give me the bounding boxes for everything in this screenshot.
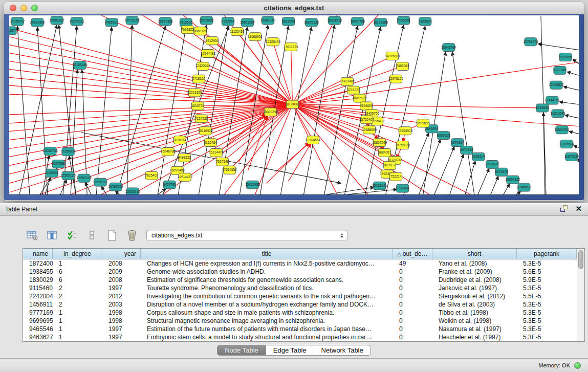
graph-node[interactable]: 9097588 [52,160,65,168]
graph-node[interactable]: 15923602 [199,16,214,25]
graph-node[interactable]: 9457791 [163,181,177,189]
graph-node[interactable]: 16107487 [340,77,355,85]
graph-node[interactable]: 7485063 [396,62,409,70]
graph-node[interactable]: 9227349 [553,66,567,74]
graph-node[interactable]: 1610755 [191,102,205,110]
graph-node[interactable]: 7625402 [145,171,159,180]
graph-node[interactable]: 16648784 [441,43,456,52]
graph-node[interactable]: 16171388 [373,18,388,27]
graph-node[interactable]: 12125439 [266,38,280,46]
tab-network-table[interactable]: Network Table [314,345,371,355]
graph-node[interactable]: 12065736 [43,147,58,156]
table-settings-icon[interactable] [26,229,39,242]
column-header-in_degree[interactable]: in_degree [53,249,102,259]
graph-node[interactable]: 8912954 [206,37,219,45]
graph-node[interactable]: 9684067 [378,149,391,157]
tab-node-table[interactable]: Node Table [217,345,266,355]
graph-node[interactable]: 20691406 [30,18,45,27]
tab-edge-table[interactable]: Edge Table [266,345,314,355]
graph-node[interactable]: 752214 [390,172,402,181]
graph-node[interactable]: 14975003 [385,52,400,60]
graph-node[interactable]: 12444158 [545,96,560,104]
graph-node[interactable]: 16210643 [551,110,565,118]
graph-node[interactable]: 11125439 [230,28,244,36]
graph-node[interactable]: 18660951 [248,33,263,41]
graph-node[interactable]: 16314470 [209,149,224,157]
graph-node[interactable]: 17359934 [61,148,76,156]
graph-node[interactable]: 10046788 [350,17,365,26]
delete-table-icon[interactable] [125,229,139,242]
graph-node[interactable]: 7632621 [486,160,499,168]
graph-node[interactable]: 9498222 [178,154,191,162]
graph-node[interactable]: 8878314 [173,136,187,144]
column-select-icon[interactable] [46,229,59,242]
float-panel-icon[interactable] [560,205,568,213]
graph-node[interactable]: 15276021 [70,17,84,26]
graph-node[interactable]: 10719155 [125,16,140,25]
graph-node[interactable]: 11675534 [564,152,579,161]
graph-node[interactable]: 19654923 [398,127,412,135]
graph-node[interactable]: 16544483 [201,50,215,58]
graph-node[interactable]: 16914479 [178,173,192,181]
graph-node[interactable]: 6379197 [451,139,464,147]
graph-node[interactable]: 17957225 [77,174,92,182]
graph-node[interactable]: 12923445 [125,188,140,194]
graph-node[interactable]: 16261510 [327,16,342,25]
column-header-title[interactable]: title [141,249,393,259]
graph-node[interactable]: 8813054 [282,17,295,26]
column-header-year[interactable]: year [102,249,141,259]
close-panel-icon[interactable]: ✕ [575,205,582,213]
graph-node[interactable]: 22420046 [195,62,210,70]
graph-node[interactable]: 9154600 [360,102,373,110]
minimize-window-icon[interactable] [20,5,27,11]
graph-node[interactable]: 9245652 [517,183,531,191]
graph-node[interactable]: 16099123 [304,18,319,27]
graph-node[interactable]: 10688609 [362,126,377,134]
graph-node[interactable]: 12505135 [61,171,76,180]
table-row[interactable]: 911546021997Tourette syndrome. Phenomeno… [23,284,577,292]
graph-node[interactable]: 10958107 [93,178,108,186]
graph-node[interactable]: 17034554 [222,166,237,174]
graph-node[interactable]: 3216221 [347,86,360,94]
table-row[interactable]: 977716911998Corpus callosum shape and si… [23,309,577,317]
column-header-short[interactable]: short [432,249,517,259]
network-canvas[interactable]: 1405571720691406106532871527602164661611… [9,15,579,195]
graph-node[interactable]: 9699695 [417,119,430,127]
table-row[interactable]: 1872400712008Changes of HCN gene express… [23,259,577,268]
table-row[interactable]: 1938455462009Genome-wide association stu… [23,268,577,276]
column-header-out_de[interactable]: △out_de… [393,249,432,259]
graph-node[interactable]: 12975125 [388,75,403,83]
graph-node[interactable]: 9135484 [204,139,217,147]
new-table-icon[interactable] [105,229,119,242]
graph-node[interactable]: 8193054 [222,17,235,26]
zoom-window-icon[interactable] [31,5,38,11]
graph-node[interactable]: 1145194 [46,169,58,177]
graph-node[interactable]: 19671388 [158,17,173,26]
graph-node[interactable]: 16046788 [161,148,176,156]
graph-node[interactable]: 7524546 [216,158,229,166]
graph-node[interactable]: 18807249 [372,139,387,147]
graph-node[interactable]: 17016504 [559,140,574,148]
graph-node[interactable]: 10116920 [198,127,213,135]
graph-node[interactable]: 9474444 [460,146,473,155]
graph-node[interactable]: 2081574 [9,27,17,35]
column-header-pagerank[interactable]: pagerank [517,249,577,259]
scrollbar-thumb[interactable] [578,250,583,269]
graph-node[interactable]: 1615132 [383,161,397,169]
graph-node[interactable]: 8215958 [536,104,549,112]
graph-node[interactable]: 19756928 [395,141,410,149]
graph-node[interactable]: 20153346 [73,61,88,69]
graph-node[interactable]: 16016927 [352,94,367,102]
graph-node[interactable]: 2718120 [192,75,206,83]
graph-node[interactable]: 18300295 [263,108,278,116]
graph-node[interactable]: 15692931 [555,126,570,134]
table-selector-dropdown[interactable]: citations_edges.txt [146,230,347,241]
table-row[interactable]: 2242004622012Investigating the contribut… [23,292,577,300]
table-row[interactable]: 946362711997Embryonic stem cells: a mode… [23,333,577,341]
graph-node[interactable]: 12093832 [549,81,564,89]
graph-node[interactable]: 9329966 [559,53,572,61]
graph-node[interactable]: 9155826 [419,17,432,26]
table-row[interactable]: 1830029562008Estimation of significance … [23,276,577,284]
graph-node[interactable]: 16782759 [108,183,123,191]
row-check-icon[interactable] [66,229,79,242]
